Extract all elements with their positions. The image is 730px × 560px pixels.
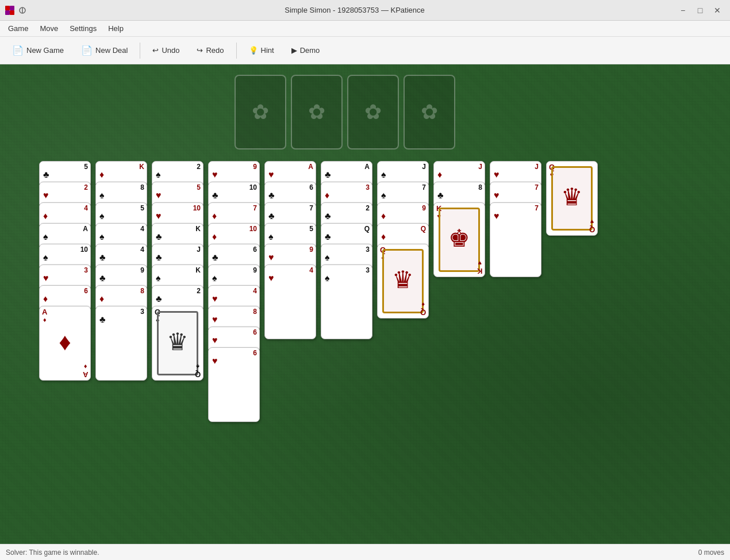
card[interactable]: J♣ [152, 244, 203, 267]
card[interactable]: 6♣ [264, 182, 316, 205]
minimize-button[interactable]: − [675, 2, 691, 18]
card[interactable]: 8♥ [208, 306, 260, 329]
svg-rect-3 [10, 10, 14, 15]
card[interactable]: J♥ [490, 161, 541, 184]
menu-move[interactable]: Move [34, 22, 64, 35]
card[interactable]: 8♣ [433, 182, 485, 205]
new-deal-button[interactable]: 📄 New Deal [74, 41, 135, 60]
undo-button[interactable]: ↩ Undo [145, 42, 187, 59]
window-title: Simple Simon - 1928053753 — KPatience [34, 6, 675, 14]
foundation-1[interactable]: ✿ [235, 75, 286, 149]
toolbar-separator-2 [236, 43, 237, 59]
card[interactable]: K♦ [95, 161, 147, 184]
card[interactable]: 3♠ [321, 264, 372, 339]
demo-button[interactable]: ▶ Demo [284, 42, 328, 59]
moves-text: 0 moves [698, 549, 724, 557]
solver-text: Solver: This game is winnable. [6, 549, 99, 557]
new-game-icon: 📄 [12, 45, 24, 56]
card[interactable]: 9♥ [208, 161, 260, 184]
card[interactable]: 6♦ [39, 285, 91, 308]
card[interactable]: K♣ [152, 223, 203, 246]
card[interactable]: K♥♚K♥ [433, 202, 485, 277]
card[interactable]: 10♦ [208, 223, 260, 246]
card[interactable]: 5♠ [95, 202, 147, 225]
pin-icon [18, 5, 30, 16]
card[interactable]: 5♠ [264, 223, 316, 246]
card[interactable]: Q♥♛Q♥ [546, 161, 598, 236]
card[interactable]: J♦ [433, 161, 485, 184]
redo-icon: ↪ [197, 46, 203, 55]
card[interactable]: 10♣ [208, 182, 260, 205]
titlebar: Simple Simon - 1928053753 — KPatience − … [0, 0, 730, 21]
maximize-button[interactable]: □ [692, 2, 708, 18]
card[interactable]: 3♣ [95, 306, 147, 381]
redo-button[interactable]: ↪ Redo [189, 42, 231, 59]
demo-icon: ▶ [291, 46, 297, 55]
svg-rect-1 [10, 6, 14, 10]
toolbar-separator-1 [140, 43, 140, 59]
card[interactable]: Q♦♛Q♦ [377, 244, 429, 319]
card[interactable]: 2♥ [39, 182, 91, 205]
card[interactable]: 9♥ [264, 244, 316, 267]
card[interactable]: 4♦ [39, 202, 91, 225]
card[interactable]: 8♦ [95, 285, 147, 308]
card[interactable]: 10♠ [39, 244, 91, 267]
card[interactable]: 2♣ [321, 202, 372, 225]
card[interactable]: 7♠ [377, 182, 429, 205]
card[interactable]: 9♠ [208, 264, 260, 287]
foundations: ✿ ✿ ✿ ✿ [235, 75, 455, 149]
new-deal-icon: 📄 [81, 45, 93, 56]
card[interactable]: 4♥ [264, 264, 316, 339]
card[interactable]: 4♠ [95, 223, 147, 246]
card[interactable]: 4♣ [95, 244, 147, 267]
card[interactable]: A♠ [39, 223, 91, 246]
card[interactable]: 7♥ [490, 202, 541, 277]
card[interactable]: Q♣ [321, 223, 372, 246]
card[interactable]: Q♦ [377, 223, 429, 246]
card[interactable]: 8♠ [95, 182, 147, 205]
game-area: ✿ ✿ ✿ ✿ 5♣2♥4♦A♠10♠3♥6♦A♦♦A♦K♦8♠5♠4♠4♣9♣… [0, 64, 730, 544]
undo-icon: ↩ [152, 46, 159, 55]
card[interactable]: 7♥ [490, 182, 541, 205]
card[interactable]: K♠ [152, 264, 203, 287]
svg-rect-0 [5, 6, 10, 10]
foundation-4[interactable]: ✿ [404, 75, 455, 149]
card[interactable]: 5♣ [39, 161, 91, 184]
card[interactable]: 10♥ [152, 202, 203, 225]
card[interactable]: 4♥ [208, 285, 260, 308]
card[interactable]: 6♥ [208, 347, 260, 422]
card[interactable]: 3♥ [39, 264, 91, 287]
statusbar: Solver: This game is winnable. 0 moves [0, 544, 730, 560]
card[interactable]: 7♣ [264, 202, 316, 225]
foundation-2[interactable]: ✿ [291, 75, 343, 149]
menu-game[interactable]: Game [2, 22, 34, 35]
card[interactable]: 5♥ [152, 182, 203, 205]
menu-help[interactable]: Help [102, 22, 129, 35]
card[interactable]: 9♦ [377, 202, 429, 225]
menu-settings[interactable]: Settings [64, 22, 102, 35]
card[interactable]: 6♥ [208, 327, 260, 350]
close-button[interactable]: ✕ [709, 2, 725, 18]
card[interactable]: 9♣ [95, 264, 147, 287]
card[interactable]: A♥ [264, 161, 316, 184]
card[interactable]: A♣ [321, 161, 372, 184]
card[interactable]: 3♠ [321, 244, 372, 267]
card[interactable]: A♦♦A♦ [39, 306, 91, 381]
svg-rect-2 [5, 10, 10, 15]
card[interactable]: 2♠ [152, 161, 203, 184]
card[interactable]: 6♣ [208, 244, 260, 267]
card[interactable]: J♠ [377, 161, 429, 184]
new-game-button[interactable]: 📄 New Game [5, 41, 71, 60]
foundation-3[interactable]: ✿ [347, 75, 399, 149]
card[interactable]: 3♦ [321, 182, 372, 205]
app-icon [5, 5, 16, 16]
card[interactable]: Q♠♛Q♠ [152, 306, 203, 381]
hint-button[interactable]: 💡 Hint [241, 42, 282, 59]
window-controls: − □ ✕ [675, 2, 725, 18]
card[interactable]: 2♣ [152, 285, 203, 308]
menubar: Game Move Settings Help [0, 21, 730, 37]
card[interactable]: 7♦ [208, 202, 260, 225]
toolbar: 📄 New Game 📄 New Deal ↩ Undo ↪ Redo 💡 Hi… [0, 37, 730, 64]
hint-icon: 💡 [249, 46, 258, 55]
